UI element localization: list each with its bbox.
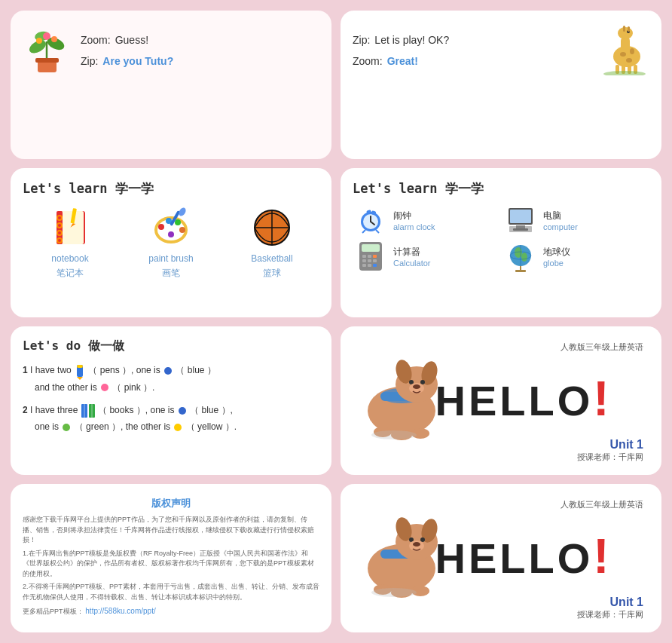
vocab-computer: 电脑 computer [502, 205, 649, 235]
vocab-basketball: Basketball 篮球 [249, 205, 295, 280]
ex2-text4: one is [35, 421, 61, 432]
hello-text-2: HELLO! [435, 534, 612, 582]
cell-r3-right: 人教版三年级上册英语 [336, 322, 666, 479]
vocab-alarm-clock: 闹钟 alarm clock [353, 205, 499, 235]
r1-right-text: Zip:Let is play! OK? Zoom:Great! [353, 29, 591, 72]
hello-text: HELLO! [435, 377, 612, 424]
svg-rect-1 [35, 58, 59, 63]
card-r1-left: Zoom:Guess! Zip:Are you Tutu? [11, 11, 331, 159]
blue-dot-2 [179, 407, 186, 415]
svg-point-71 [521, 253, 527, 262]
dog-left [353, 351, 451, 444]
cell-r3-left: Let's do 做一做 1 I have two （ pens ）, one … [6, 322, 336, 479]
ex2-text5: （ green ）, the other is [75, 421, 173, 432]
copyright-item2: 2.不得将千库网的PPT模板、PPT素材，本套用于亏出售，成套出售、出售、转让、… [23, 582, 319, 602]
vocab-grid-left: notebook 笔记本 [23, 205, 319, 280]
calculator-text: 计算器 Calculator [393, 246, 431, 268]
svg-rect-59 [362, 244, 380, 252]
vocab-grid-2col: 闹钟 alarm clock 电脑 [353, 205, 649, 271]
svg-point-105 [420, 537, 425, 542]
alarm-clock-text: 闹钟 alarm clock [393, 210, 435, 231]
zip-answer-2: Let is play! OK? [374, 34, 449, 46]
paintbrush-icon [148, 205, 194, 250]
exercise-num-1: 1 [23, 365, 28, 375]
svg-point-37 [179, 227, 185, 233]
card-r4-left: 版权声明 感谢您下载千库网平台上提供的PPT作品，为了您和千库网以及原创作者的利… [11, 484, 331, 632]
vocab-notebook: notebook 笔记本 [47, 205, 93, 280]
ex1-text3: （ blue ） [176, 365, 215, 375]
giraffe-illustration [600, 23, 649, 78]
calculator-icon [353, 241, 389, 271]
paintbrush-en: paint brush [148, 253, 193, 264]
ex1-text1: I have two [30, 365, 74, 375]
ex2-text6: （ yellow ）. [186, 421, 237, 432]
exercise-content: 1 I have two （ pens ）, one is （ blue ） a… [23, 362, 319, 435]
svg-point-8 [51, 36, 57, 42]
r2-left-title: Let's learn 学一学 [23, 180, 319, 197]
svg-point-17 [626, 58, 632, 63]
globe-text: 地球仪 globe [543, 246, 570, 268]
vocab-globe: 地球仪 globe [502, 241, 649, 271]
r4-right-teacher: 授课老师：千库网 [353, 609, 649, 620]
copyright-item1: 1.在千库网出售的PPT模板是免版权费（RF Royalty-Free）正版授《… [23, 549, 319, 580]
dog-left-2 [353, 508, 451, 602]
svg-rect-14 [628, 26, 630, 32]
zip-label-2: Zip: [353, 34, 370, 46]
basketball-en: Basketball [251, 253, 292, 264]
cell-r2-right: Let's learn 学一学 闹钟 [336, 164, 666, 321]
ex2-text1: I have three [30, 405, 81, 415]
cell-r4-left: 版权声明 感谢您下载千库网平台上提供的PPT作品，为了您和千库网以及原创作者的利… [6, 479, 336, 637]
card-r1-right: Zip:Let is play! OK? Zoom:Great! [341, 11, 661, 159]
zoom-label-2: Zoom: [353, 55, 383, 67]
svg-point-16 [630, 48, 634, 54]
notebook-en: notebook [51, 253, 88, 264]
svg-rect-67 [368, 264, 371, 267]
svg-line-52 [376, 230, 379, 233]
svg-rect-75 [515, 270, 526, 272]
svg-point-111 [371, 588, 417, 597]
svg-rect-64 [368, 259, 371, 262]
r3-left-title: Let's do 做一做 [23, 338, 319, 354]
svg-point-36 [175, 219, 181, 225]
calculator-en: Calculator [393, 259, 431, 268]
r3-right-teacher: 授课老师：千库网 [353, 452, 649, 463]
svg-rect-63 [362, 259, 366, 262]
globe-icon [502, 241, 539, 271]
card-r4-right: 人教版三年级上册英语 [341, 484, 661, 632]
pink-dot-1 [101, 384, 108, 391]
svg-point-15 [620, 52, 626, 57]
zoom-line-2: Zoom:Great! [353, 51, 591, 72]
copyright-para1: 感谢您下载千库网平台上提供的PPT作品，为了您和千库网以及原创作者的利益，请勿复… [23, 515, 319, 546]
svg-rect-57 [509, 226, 532, 232]
svg-rect-60 [362, 255, 366, 258]
cell-r1-right: Zip:Let is play! OK? Zoom:Great! [336, 6, 666, 164]
notebook-icon [47, 205, 93, 250]
svg-rect-68 [373, 264, 377, 267]
globe-en: globe [543, 259, 570, 268]
computer-en: computer [543, 222, 578, 231]
zoom-answer-1: Guess! [115, 34, 148, 46]
svg-point-94 [413, 384, 420, 389]
zip-label-1: Zip: [81, 55, 98, 67]
svg-point-98 [371, 430, 417, 439]
svg-point-38 [168, 231, 174, 237]
books-icon [81, 403, 96, 419]
zip-line-1: Zip:Are you Tutu? [81, 51, 173, 72]
basketball-icon [249, 205, 295, 250]
hello-exclaim: ! [593, 372, 612, 426]
svg-point-7 [36, 38, 42, 44]
ex1-text2: （ pens ）, one is [88, 365, 163, 375]
alarm-clock-icon [353, 205, 389, 235]
svg-point-90 [420, 380, 425, 384]
svg-rect-61 [368, 255, 371, 258]
svg-line-51 [362, 230, 365, 233]
svg-point-6 [43, 32, 50, 40]
copyright-link-line: 更多精品PPT模板： http://588ku.com/ppt/ [23, 605, 319, 617]
paintbrush-zh: 画笔 [162, 267, 180, 280]
svg-rect-66 [362, 264, 366, 267]
svg-rect-77 [77, 365, 83, 368]
calculator-zh: 计算器 [393, 246, 431, 259]
svg-rect-13 [623, 26, 625, 32]
zip-answer-1: Are you Tutu? [102, 55, 173, 67]
svg-rect-65 [373, 259, 377, 262]
